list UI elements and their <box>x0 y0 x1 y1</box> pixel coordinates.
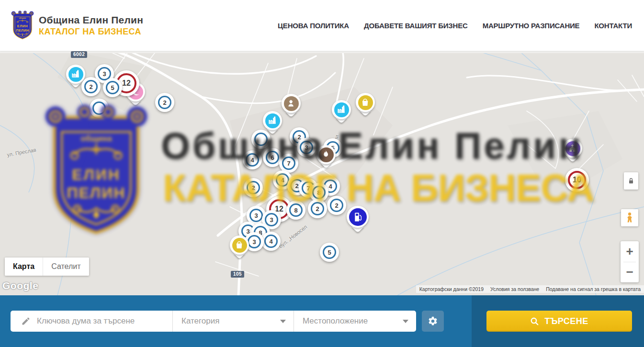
worker-icon <box>286 99 295 108</box>
marker-pin-church[interactable] <box>563 139 582 164</box>
nav-pricing-policy[interactable]: ЦЕНОВА ПОЛИТИКА <box>278 22 349 30</box>
marker-cluster-2[interactable]: 2 <box>244 178 263 197</box>
marker-cluster-4[interactable]: 4 <box>243 150 262 169</box>
nav-route-schedule[interactable]: МАРШРУТНО РАЗПИСАНИЕ <box>483 22 580 30</box>
marker-cluster-3[interactable]: 3 <box>297 138 316 157</box>
site-header: Община Елин Пелин КАТАЛОГ НА БИЗНЕСА ЦЕН… <box>0 0 644 51</box>
keyword-field[interactable] <box>11 311 172 332</box>
bag-icon <box>361 98 370 107</box>
zoom-out-button[interactable]: − <box>621 262 639 283</box>
attribution-report-error-link[interactable]: Подаване на сигнал за грешка в картата <box>542 286 644 292</box>
factory-icon <box>71 69 80 78</box>
marker-cluster-2[interactable]: 2 <box>155 93 174 112</box>
chevron-down-icon <box>280 320 286 323</box>
flame-icon <box>321 150 330 159</box>
map-type-control: Карта Сателит <box>5 257 89 276</box>
map-type-satellite-button[interactable]: Сателит <box>43 257 89 276</box>
marker-pin-fuel[interactable] <box>347 206 369 234</box>
route-badge: 6002 <box>71 51 87 58</box>
zoom-in-button[interactable]: + <box>621 241 639 262</box>
marker-cluster-2[interactable]: 2 <box>327 196 346 215</box>
street-view-pegman-button[interactable] <box>621 209 638 226</box>
advanced-search-button[interactable] <box>422 311 444 332</box>
zoom-control: + − <box>621 241 639 282</box>
factory-icon <box>268 116 277 125</box>
search-fields-bar: Категория Местоположение <box>11 311 416 332</box>
map-type-map-button[interactable]: Карта <box>5 257 43 276</box>
marker-cluster-10[interactable]: 10 <box>565 168 589 192</box>
factory-icon <box>337 105 346 114</box>
marker-pin-worker[interactable] <box>282 94 301 119</box>
attribution-copyright: Картографски данни ©2019 <box>416 286 487 292</box>
pencil-icon <box>21 316 31 326</box>
attribution-terms-link[interactable]: Условия за ползване <box>487 286 542 292</box>
marker-pin-bag[interactable] <box>356 93 375 118</box>
search-icon <box>530 317 539 326</box>
pegman-icon <box>624 212 635 224</box>
lock-control-button[interactable] <box>624 172 638 190</box>
search-panel: Категория Местоположение ТЪРСЕНЕ <box>0 295 644 347</box>
marker-cluster-blank[interactable] <box>251 130 271 149</box>
marker-cluster-2[interactable]: 2 <box>308 199 327 218</box>
map-top-edge <box>0 51 644 53</box>
gear-icon <box>428 316 438 326</box>
marker-cluster-blank[interactable] <box>90 99 109 118</box>
fuel-icon <box>352 212 363 223</box>
marker-cluster-5[interactable]: 5 <box>103 78 122 97</box>
category-select-value: Категория <box>181 316 219 326</box>
lock-icon <box>627 177 635 185</box>
google-logo[interactable]: Google <box>2 280 38 291</box>
church-icon <box>568 144 577 153</box>
category-select[interactable]: Категория <box>172 311 294 332</box>
keyword-search-input[interactable] <box>37 316 166 326</box>
marker-pin-flame[interactable] <box>316 145 336 170</box>
marker-pin-factory[interactable] <box>332 100 351 125</box>
chevron-down-icon <box>403 320 408 323</box>
site-name: Община Елин Пелин <box>39 14 143 26</box>
google-map[interactable]: ул. Преславбул. „Новоселции6002105 32125… <box>0 51 644 295</box>
site-tagline: КАТАЛОГ НА БИЗНЕСА <box>39 27 143 37</box>
nav-add-your-business[interactable]: ДОБАВЕТЕ ВАШИЯТ БИЗНЕС <box>364 22 468 30</box>
marker-cluster-2[interactable]: 2 <box>81 77 101 96</box>
marker-cluster-8[interactable]: 8 <box>286 201 305 220</box>
marker-cluster-5[interactable]: 5 <box>320 243 339 262</box>
map-attribution: Картографски данни ©2019 Условия за полз… <box>416 285 644 293</box>
marker-cluster-7[interactable]: 7 <box>279 154 298 173</box>
location-select-value: Местоположение <box>303 316 368 326</box>
main-nav: ЦЕНОВА ПОЛИТИКА ДОБАВЕТЕ ВАШИЯТ БИЗНЕС М… <box>278 22 632 30</box>
search-button-label: ТЪРСЕНЕ <box>544 316 588 326</box>
municipality-crest-logo <box>11 8 34 43</box>
marker-pin-bag[interactable] <box>230 235 249 260</box>
search-submit-button[interactable]: ТЪРСЕНЕ <box>486 311 632 332</box>
location-select[interactable]: Местоположение <box>294 311 416 332</box>
nav-contacts[interactable]: КОНТАКТИ <box>594 22 632 30</box>
route-badge: 105 <box>231 271 244 278</box>
bag-icon <box>235 240 244 249</box>
marker-cluster-4[interactable]: 4 <box>261 232 281 251</box>
site-logo[interactable]: Община Елин Пелин КАТАЛОГ НА БИЗНЕСА <box>11 8 143 43</box>
